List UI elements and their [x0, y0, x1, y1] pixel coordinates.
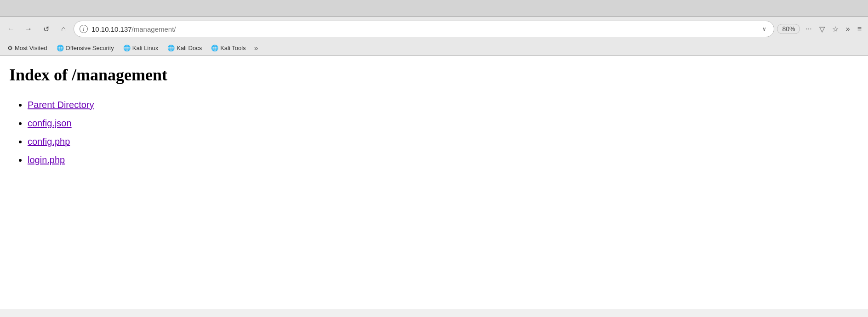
- zoom-level: 80%: [777, 24, 800, 34]
- globe-icon-4: 🌐: [211, 45, 218, 51]
- list-item: config.php: [28, 132, 859, 151]
- browser-chrome: ← → ↺ ⌂ i 10.10.10.137/management/ ∨ 80%…: [0, 0, 868, 56]
- parent-directory-link[interactable]: Parent Directory: [28, 100, 94, 110]
- bookmark-most-visited-label: Most Visited: [15, 45, 47, 51]
- bookmark-offensive-security-label: Offensive Security: [66, 45, 114, 51]
- list-item: login.php: [28, 151, 859, 169]
- reload-button[interactable]: ↺: [39, 22, 53, 36]
- config-json-link[interactable]: config.json: [28, 118, 72, 128]
- address-bar[interactable]: i 10.10.10.137/management/ ∨: [74, 21, 774, 37]
- list-item: config.json: [28, 114, 859, 132]
- nav-bar: ← → ↺ ⌂ i 10.10.10.137/management/ ∨ 80%…: [0, 17, 868, 41]
- bookmarks-extend-button[interactable]: »: [251, 42, 261, 54]
- page-title: Index of /management: [9, 65, 859, 85]
- address-path: /management/: [132, 25, 176, 33]
- menu-button[interactable]: ≡: [855, 23, 864, 35]
- globe-icon-2: 🌐: [123, 45, 131, 51]
- address-dropdown-button[interactable]: ∨: [760, 25, 768, 33]
- pocket-button[interactable]: ▽: [817, 23, 828, 35]
- address-text: 10.10.10.137/management/: [91, 25, 757, 33]
- nav-right-buttons: ··· ▽ ☆ » ≡: [803, 23, 864, 35]
- list-item: Parent Directory: [28, 96, 859, 114]
- bookmarks-bar: ⚙ Most Visited 🌐 Offensive Security 🌐 Ka…: [0, 41, 868, 56]
- tab-bar: [0, 0, 868, 17]
- bookmark-kali-linux-label: Kali Linux: [132, 45, 158, 51]
- star-button[interactable]: ☆: [829, 23, 841, 35]
- page-content: Index of /management Parent Directory co…: [0, 56, 868, 309]
- info-icon: i: [80, 25, 88, 33]
- bookmark-most-visited[interactable]: ⚙ Most Visited: [4, 44, 51, 52]
- config-php-link[interactable]: config.php: [28, 136, 70, 147]
- globe-icon-3: 🌐: [167, 45, 175, 51]
- bookmark-offensive-security[interactable]: 🌐 Offensive Security: [53, 44, 118, 52]
- bookmark-kali-tools[interactable]: 🌐 Kali Tools: [207, 44, 249, 52]
- back-button[interactable]: ←: [4, 22, 18, 36]
- globe-icon-1: 🌐: [57, 45, 64, 51]
- address-domain: 10.10.10.137: [91, 25, 132, 33]
- bookmark-kali-tools-label: Kali Tools: [220, 45, 246, 51]
- bookmark-kali-linux[interactable]: 🌐 Kali Linux: [120, 44, 162, 52]
- login-php-link[interactable]: login.php: [28, 155, 65, 165]
- gear-icon: ⚙: [7, 45, 13, 51]
- extend-button[interactable]: »: [843, 23, 853, 35]
- forward-button[interactable]: →: [21, 22, 36, 36]
- bookmark-kali-docs[interactable]: 🌐 Kali Docs: [164, 44, 206, 52]
- file-list: Parent Directory config.json config.php …: [9, 96, 859, 169]
- more-button[interactable]: ···: [803, 23, 814, 35]
- home-button[interactable]: ⌂: [56, 22, 71, 36]
- bookmark-kali-docs-label: Kali Docs: [177, 45, 202, 51]
